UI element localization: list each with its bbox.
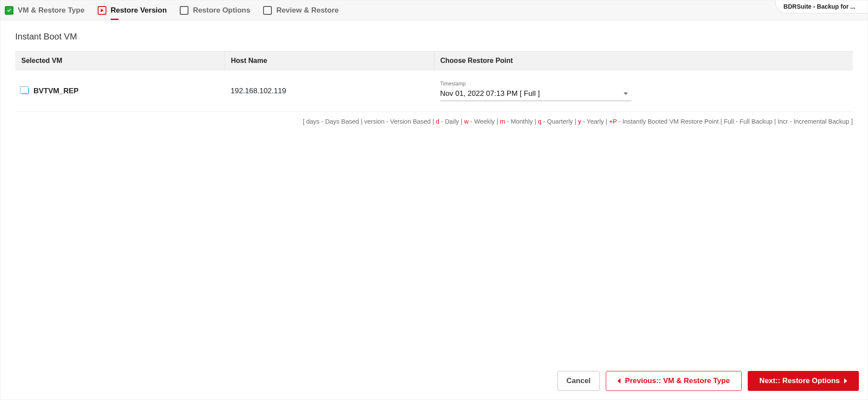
wizard-step-restore-options[interactable]: Restore Options	[180, 6, 250, 15]
wizard-step-label: Restore Options	[193, 6, 250, 15]
wizard-step-review-restore[interactable]: Review & Restore	[263, 6, 339, 15]
wizard-step-vm-restore-type[interactable]: VM & Restore Type	[5, 6, 85, 15]
next-button-label: Next:: Restore Options	[759, 377, 840, 385]
timestamp-label: Timestamp	[440, 81, 631, 87]
restore-point-value: Nov 01, 2022 07:13 PM [ Full ]	[440, 89, 540, 98]
cancel-button-label: Cancel	[567, 377, 591, 385]
col-header-restore-point: Choose Restore Point	[434, 52, 853, 70]
host-name: 192.168.102.119	[224, 70, 434, 112]
browser-tab[interactable]: BDRSuite - Backup for ...	[775, 0, 868, 13]
wizard-bar: VM & Restore Type Restore Version Restor…	[0, 0, 868, 20]
wizard-step-label: Restore Version	[111, 6, 167, 15]
vm-name: BVTVM_REP	[33, 87, 79, 95]
vm-table: Selected VM Host Name Choose Restore Poi…	[15, 51, 853, 112]
vm-icon	[21, 88, 29, 94]
page-title: Instant Boot VM	[15, 32, 853, 42]
col-header-host-name: Host Name	[224, 52, 434, 70]
wizard-step-label: Review & Restore	[276, 6, 339, 15]
cancel-button[interactable]: Cancel	[558, 371, 600, 391]
footer-buttons: Cancel Previous:: VM & Restore Type Next…	[0, 365, 868, 400]
col-header-selected-vm: Selected VM	[15, 52, 224, 70]
browser-tab-label: BDRSuite - Backup for ...	[783, 3, 855, 10]
check-icon	[5, 6, 13, 15]
square-icon	[263, 6, 272, 15]
restore-point-dropdown[interactable]: Nov 01, 2022 07:13 PM [ Full ]	[440, 88, 631, 101]
chevron-down-icon	[624, 92, 628, 95]
next-button[interactable]: Next:: Restore Options	[748, 371, 859, 391]
square-icon	[180, 6, 188, 15]
chevron-left-icon	[617, 378, 620, 384]
previous-button[interactable]: Previous:: VM & Restore Type	[606, 371, 742, 391]
chevron-right-icon	[844, 378, 847, 384]
previous-button-label: Previous:: VM & Restore Type	[625, 377, 730, 385]
wizard-step-restore-version[interactable]: Restore Version	[98, 6, 167, 15]
legend-text: [ days - Days Based | version - Version …	[15, 118, 853, 125]
wizard-step-label: VM & Restore Type	[18, 6, 85, 15]
play-icon	[98, 6, 106, 15]
table-row: BVTVM_REP 192.168.102.119 Timestamp Nov …	[15, 70, 853, 112]
